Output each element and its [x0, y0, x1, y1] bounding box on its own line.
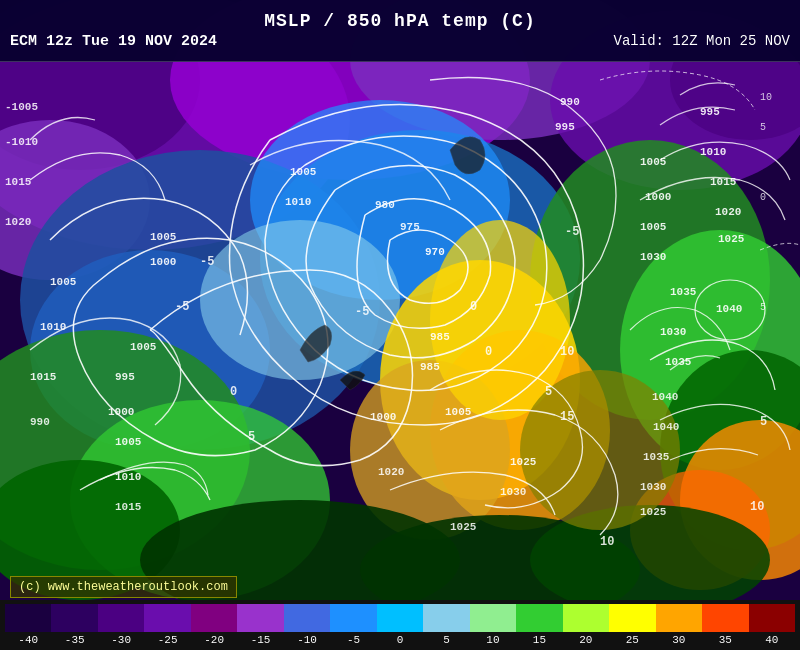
svg-text:1005: 1005 [640, 221, 667, 233]
colorbar-segment [563, 604, 609, 632]
svg-text:1040: 1040 [716, 303, 742, 315]
svg-text:1005: 1005 [50, 276, 77, 288]
svg-text:1010: 1010 [115, 471, 141, 483]
colorbar-segment [516, 604, 562, 632]
svg-text:1025: 1025 [450, 521, 477, 533]
svg-text:1005: 1005 [445, 406, 472, 418]
colorbar-label: -30 [98, 634, 144, 646]
svg-text:1040: 1040 [653, 421, 679, 433]
colorbar-segment [423, 604, 469, 632]
colorbar-label: 25 [609, 634, 655, 646]
colorbar-label: -10 [284, 634, 330, 646]
svg-text:970: 970 [425, 246, 445, 258]
copyright-notice: (c) www.theweatheroutlook.com [10, 576, 237, 598]
svg-text:985: 985 [420, 361, 440, 373]
svg-text:1010: 1010 [285, 196, 311, 208]
svg-text:990: 990 [30, 416, 50, 428]
colorbar-segment [5, 604, 51, 632]
svg-text:995: 995 [700, 106, 720, 118]
colorbar-label: 30 [656, 634, 702, 646]
svg-text:10: 10 [560, 345, 574, 359]
svg-text:1025: 1025 [640, 506, 667, 518]
svg-text:1030: 1030 [640, 251, 666, 263]
svg-text:1025: 1025 [718, 233, 745, 245]
colorbar-labels: -40-35-30-25-20-15-10-50510152025303540 [5, 632, 795, 648]
colorbar-label: 35 [702, 634, 748, 646]
colorbar-label: -15 [237, 634, 283, 646]
svg-text:995: 995 [115, 371, 135, 383]
colorbar-segment [330, 604, 376, 632]
main-container: 970 975 980 985 985 990 995 995 1000 100… [0, 0, 800, 650]
colorbar-label: -20 [191, 634, 237, 646]
svg-text:10: 10 [750, 500, 764, 514]
svg-text:1015: 1015 [710, 176, 737, 188]
svg-text:1000: 1000 [150, 256, 176, 268]
svg-text:5: 5 [760, 122, 766, 133]
header-bar: MSLP / 850 hPA temp (C) ECM 12z Tue 19 N… [0, 0, 800, 62]
colorbar-segment [470, 604, 516, 632]
colorbar-segment [144, 604, 190, 632]
chart-title: MSLP / 850 hPA temp (C) [264, 11, 535, 31]
colorbar-label: 5 [423, 634, 469, 646]
svg-text:5: 5 [545, 385, 552, 399]
colorbar-segment [98, 604, 144, 632]
svg-text:1030: 1030 [660, 326, 686, 338]
colorbar-segment [656, 604, 702, 632]
colorbar [5, 604, 795, 632]
svg-text:1035: 1035 [665, 356, 692, 368]
svg-text:980: 980 [375, 199, 395, 211]
svg-text:1010: 1010 [700, 146, 726, 158]
svg-text:0: 0 [230, 385, 237, 399]
colorbar-label: -35 [51, 634, 97, 646]
colorbar-segment [749, 604, 795, 632]
model-info: ECM 12z Tue 19 NOV 2024 [10, 33, 217, 50]
svg-text:995: 995 [555, 121, 575, 133]
svg-text:1030: 1030 [500, 486, 526, 498]
svg-text:1000: 1000 [370, 411, 396, 423]
svg-text:990: 990 [560, 96, 580, 108]
svg-text:1015: 1015 [30, 371, 57, 383]
svg-text:1035: 1035 [643, 451, 670, 463]
colorbar-container: -40-35-30-25-20-15-10-50510152025303540 [0, 600, 800, 650]
svg-text:1025: 1025 [510, 456, 537, 468]
svg-text:1040: 1040 [652, 391, 678, 403]
svg-text:0: 0 [485, 345, 492, 359]
svg-text:-5: -5 [565, 225, 579, 239]
svg-text:10: 10 [760, 92, 772, 103]
colorbar-label: 15 [516, 634, 562, 646]
svg-text:5: 5 [760, 302, 766, 313]
svg-text:1030: 1030 [640, 481, 666, 493]
svg-text:1035: 1035 [670, 286, 697, 298]
svg-text:1015: 1015 [115, 501, 142, 513]
map-area: 970 975 980 985 985 990 995 995 1000 100… [0, 0, 800, 600]
colorbar-segment [237, 604, 283, 632]
colorbar-segment [609, 604, 655, 632]
colorbar-label: 20 [563, 634, 609, 646]
svg-text:1005: 1005 [290, 166, 317, 178]
colorbar-label: -5 [330, 634, 376, 646]
colorbar-label: 0 [377, 634, 423, 646]
svg-text:5: 5 [248, 430, 255, 444]
weather-map: 970 975 980 985 985 990 995 995 1000 100… [0, 0, 800, 600]
colorbar-label: 40 [749, 634, 795, 646]
svg-text:0: 0 [760, 192, 766, 203]
colorbar-segment [284, 604, 330, 632]
svg-text:975: 975 [400, 221, 420, 233]
colorbar-segment [191, 604, 237, 632]
colorbar-label: -25 [144, 634, 190, 646]
svg-text:15: 15 [560, 410, 574, 424]
svg-text:1000: 1000 [108, 406, 134, 418]
svg-text:0: 0 [470, 300, 477, 314]
colorbar-segment [377, 604, 423, 632]
subtitle-row: ECM 12z Tue 19 NOV 2024 Valid: 12Z Mon 2… [0, 31, 800, 50]
svg-text:-1010: -1010 [5, 136, 38, 148]
svg-text:1005: 1005 [115, 436, 142, 448]
svg-text:1005: 1005 [640, 156, 667, 168]
svg-text:1020: 1020 [5, 216, 31, 228]
svg-text:-5: -5 [200, 255, 214, 269]
svg-text:1005: 1005 [150, 231, 177, 243]
svg-text:5: 5 [760, 415, 767, 429]
colorbar-segment [51, 604, 97, 632]
svg-text:1020: 1020 [715, 206, 741, 218]
colorbar-segment [702, 604, 748, 632]
